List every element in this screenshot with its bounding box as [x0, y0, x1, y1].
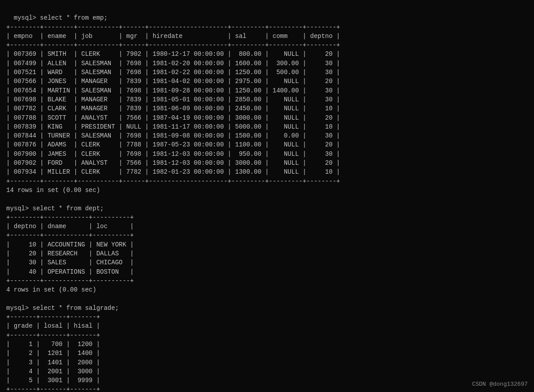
terminal-output: mysql> select * from emp; +--------+----… [6, 4, 528, 392]
branding-label: CSDN @dong132697 [472, 381, 528, 388]
terminal-text: mysql> select * from emp; +--------+----… [6, 14, 340, 392]
